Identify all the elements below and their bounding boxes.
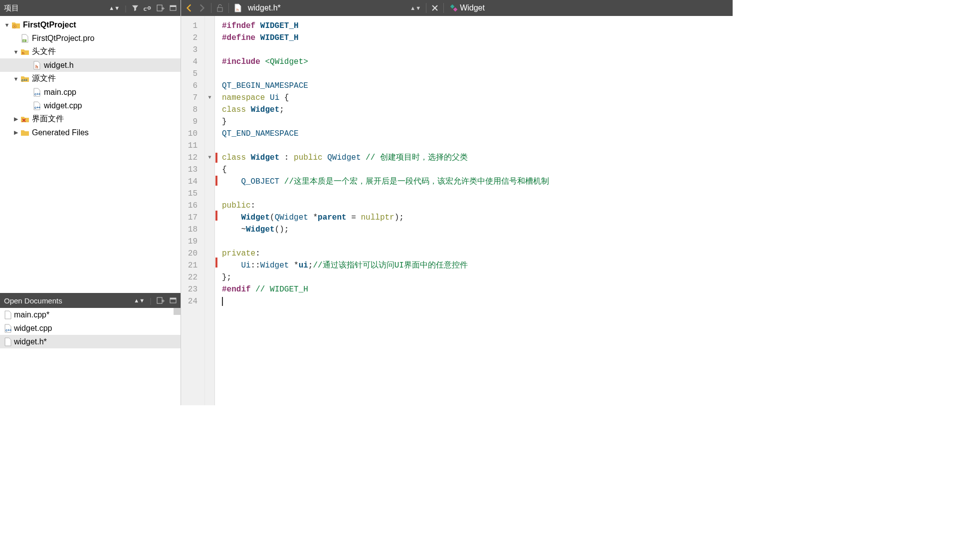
svg-point-3 xyxy=(16,24,20,28)
link-icon[interactable] xyxy=(144,4,152,11)
expand-toggle[interactable]: ▶ xyxy=(12,129,20,136)
nav-back-icon[interactable] xyxy=(185,3,194,12)
code-line[interactable]: class Widget; xyxy=(222,104,549,116)
tree-item[interactable]: ▼h头文件 xyxy=(0,45,181,58)
code-line[interactable]: { xyxy=(222,164,549,176)
opendocs-expand-icon[interactable] xyxy=(170,297,177,303)
line-number: 20 xyxy=(181,248,201,260)
code-line[interactable]: ~Widget(); xyxy=(222,224,549,236)
opendocs-selector-icon[interactable]: ▲▼ xyxy=(134,297,145,303)
code-line[interactable]: namespace Ui { xyxy=(222,92,549,104)
folder-ui-icon xyxy=(20,116,30,123)
code-line[interactable] xyxy=(222,68,549,80)
filter-icon[interactable] xyxy=(132,4,139,11)
symbol-breadcrumb[interactable]: Widget xyxy=(450,3,485,12)
tree-item[interactable]: ▼c++源文件 xyxy=(0,72,181,85)
opendocs-split-icon[interactable] xyxy=(157,297,165,304)
scrollbar-stub[interactable] xyxy=(174,308,181,315)
code-line[interactable]: #define WIDGET_H xyxy=(222,32,549,44)
fold-toggle[interactable]: ▼ xyxy=(205,92,214,104)
expand-toggle[interactable]: ▼ xyxy=(12,76,20,82)
fold-toggle xyxy=(205,236,214,248)
svg-text:h: h xyxy=(22,51,24,55)
open-doc-item[interactable]: widget.h* xyxy=(0,335,181,348)
code-line[interactable]: #endif // WIDGET_H xyxy=(222,283,549,295)
expand-toggle[interactable]: ▼ xyxy=(3,22,11,28)
code-line[interactable]: #include <QWidget> xyxy=(222,56,549,68)
nav-forward-icon[interactable] xyxy=(197,3,206,12)
svg-text:c++: c++ xyxy=(5,328,11,332)
class-icon xyxy=(450,4,458,12)
line-number: 7 xyxy=(181,92,201,104)
pro-icon: qt xyxy=(20,34,30,43)
tree-item-label: main.cpp xyxy=(44,88,76,97)
code-line[interactable]: Q_OBJECT //这里本质是一个宏，展开后是一段代码，该宏允许类中使用信号和… xyxy=(222,176,549,188)
svg-rect-14 xyxy=(170,298,176,299)
editor-filename[interactable]: widget.h* xyxy=(248,3,281,12)
project-tree[interactable]: ▼FirstQtProjectqtFirstQtProject.pro▼h头文件… xyxy=(0,16,181,293)
code-line[interactable]: #ifndef WIDGET_H xyxy=(222,20,549,32)
code-content[interactable]: #ifndef WIDGET_H#define WIDGET_H#include… xyxy=(218,16,549,405)
open-doc-label: main.cpp* xyxy=(14,310,49,319)
code-line[interactable]: public: xyxy=(222,200,549,212)
tree-item[interactable]: ▶Generated Files xyxy=(0,126,181,139)
code-line[interactable]: class Widget : public QWidget // 创建项目时，选… xyxy=(222,152,549,164)
project-selector-icon[interactable]: ▲▼ xyxy=(109,5,120,11)
tree-item[interactable]: ▼FirstQtProject xyxy=(0,18,181,31)
line-number: 1 xyxy=(181,20,201,32)
code-line[interactable]: QT_END_NAMESPACE xyxy=(222,128,549,140)
fold-toggle xyxy=(205,200,214,212)
open-doc-item[interactable]: c++widget.cpp xyxy=(0,321,181,335)
tree-item[interactable]: ▶界面文件 xyxy=(0,112,181,126)
line-number: 12 xyxy=(181,152,201,164)
code-line[interactable] xyxy=(222,188,549,200)
file-selector-icon[interactable]: ▲▼ xyxy=(410,5,421,11)
svg-rect-18 xyxy=(450,4,454,8)
code-line[interactable] xyxy=(222,44,549,56)
tree-item-label: FirstQtProject.pro xyxy=(32,34,94,43)
fold-toggle xyxy=(205,212,214,224)
tree-item[interactable]: qtFirstQtProject.pro xyxy=(0,31,181,45)
tree-item[interactable]: c++widget.cpp xyxy=(0,99,181,112)
line-number: 22 xyxy=(181,271,201,283)
fold-column[interactable]: ▼▼ xyxy=(205,16,215,405)
close-icon[interactable] xyxy=(431,4,438,11)
line-number: 10 xyxy=(181,128,201,140)
fold-toggle xyxy=(205,271,214,283)
file-h-icon: h xyxy=(234,3,242,12)
line-number: 16 xyxy=(181,200,201,212)
fold-toggle[interactable]: ▼ xyxy=(205,152,214,164)
svg-rect-2 xyxy=(170,5,176,7)
code-line[interactable]: QT_BEGIN_NAMESPACE xyxy=(222,80,549,92)
code-line[interactable]: } xyxy=(222,116,549,128)
open-documents-header: Open Documents ▲▼ | xyxy=(0,293,181,308)
code-line[interactable]: Ui::Widget *ui;//通过该指针可以访问UI界面中的任意控件 xyxy=(222,260,549,271)
code-line[interactable] xyxy=(222,295,549,307)
line-number: 11 xyxy=(181,140,201,152)
line-number: 17 xyxy=(181,212,201,224)
code-line[interactable]: private: xyxy=(222,248,549,260)
open-doc-item[interactable]: main.cpp* xyxy=(0,308,181,321)
code-line[interactable] xyxy=(222,140,549,152)
expand-toggle[interactable]: ▶ xyxy=(12,116,20,122)
fold-toggle xyxy=(205,116,214,128)
project-panel-title: 项目 xyxy=(4,3,19,13)
code-line[interactable]: }; xyxy=(222,271,549,283)
expand-icon[interactable] xyxy=(170,5,177,11)
open-documents-list[interactable]: main.cpp*c++widget.cppwidget.h* xyxy=(0,308,181,405)
code-editor[interactable]: 123456789101112131415161718192021222324 … xyxy=(181,16,733,405)
add-split-icon[interactable] xyxy=(157,4,165,11)
svg-text:c++: c++ xyxy=(34,92,40,96)
tree-item[interactable]: hwidget.h xyxy=(0,58,181,72)
line-number: 8 xyxy=(181,104,201,116)
line-number: 19 xyxy=(181,236,201,248)
lock-icon[interactable] xyxy=(216,4,223,12)
folder-icon xyxy=(20,129,30,136)
code-line[interactable] xyxy=(222,236,549,248)
svg-text:h: h xyxy=(236,7,238,12)
tree-item[interactable]: c++main.cpp xyxy=(0,85,181,99)
code-line[interactable]: Widget(QWidget *parent = nullptr); xyxy=(222,212,549,224)
line-number: 5 xyxy=(181,68,201,80)
fold-toggle xyxy=(205,164,214,176)
expand-toggle[interactable]: ▼ xyxy=(12,49,20,55)
